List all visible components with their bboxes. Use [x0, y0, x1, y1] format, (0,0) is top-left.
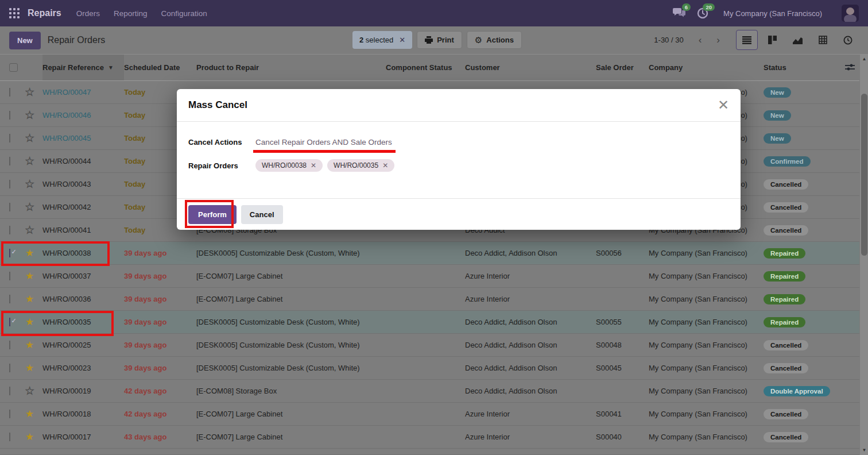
repair-reference[interactable]: WH/RO/00044 [42, 157, 91, 165]
nav-item-configuration[interactable]: Configuration [161, 9, 207, 18]
scroll-down-icon[interactable]: ▼ [860, 446, 868, 455]
repair-reference[interactable]: WH/RO/00041 [42, 226, 91, 234]
repair-reference[interactable]: WH/RO/00043 [42, 180, 91, 188]
perform-button[interactable]: Perform [188, 205, 237, 224]
row-checkbox[interactable] [9, 272, 10, 280]
row-checkbox[interactable] [9, 226, 10, 234]
graph-view-button[interactable] [786, 30, 808, 50]
table-row[interactable]: ★WH/RO/0001942 days ago[E-COM08] Storage… [0, 380, 859, 403]
clear-selection-icon[interactable]: ✕ [399, 36, 405, 44]
row-checkbox[interactable] [9, 134, 10, 142]
list-view-button[interactable] [736, 30, 758, 50]
company: My Company (San Francisco) [649, 364, 764, 372]
star-icon[interactable]: ★ [25, 248, 34, 259]
row-checkbox[interactable] [9, 111, 10, 119]
select-all-checkbox[interactable] [9, 63, 18, 72]
close-icon[interactable]: ✕ [718, 99, 729, 111]
row-checkbox[interactable] [9, 410, 10, 418]
repair-orders-tags-field[interactable]: WH/RO/00038✕WH/RO/00035✕ [255, 159, 394, 172]
table-row[interactable]: ★WH/RO/0003539 days ago[DESK0005] Custom… [0, 311, 859, 334]
actions-button[interactable]: ⚙ Actions [467, 31, 522, 49]
repair-reference[interactable]: WH/RO/00019 [42, 387, 91, 395]
table-row[interactable]: ★WH/RO/0001842 days ago[E-COM07] Large C… [0, 403, 859, 426]
product-to-repair: [E-COM07] Large Cabinet [196, 272, 386, 280]
row-checkbox[interactable] [9, 433, 10, 441]
app-title[interactable]: Repairs [28, 8, 61, 18]
row-checkbox[interactable] [9, 295, 10, 303]
repair-reference[interactable]: WH/RO/00036 [42, 295, 91, 303]
star-icon[interactable]: ★ [25, 87, 34, 98]
row-checkbox[interactable] [9, 88, 10, 97]
star-icon[interactable]: ★ [25, 294, 34, 304]
star-icon[interactable]: ★ [25, 225, 34, 236]
activities-button[interactable]: 20 [697, 7, 710, 19]
star-icon[interactable]: ★ [25, 202, 34, 213]
repair-reference[interactable]: WH/RO/00038 [42, 249, 91, 257]
pager-previous-icon[interactable]: ‹ [694, 34, 707, 46]
cancel-actions-select[interactable]: Cancel Repair Orders AND Sale Orders [255, 136, 392, 146]
star-icon[interactable]: ★ [25, 385, 34, 396]
vertical-scrollbar[interactable]: ▲ ▼ [859, 55, 868, 455]
nav-item-orders[interactable]: Orders [76, 9, 100, 18]
star-icon[interactable]: ★ [25, 179, 34, 190]
adjust-columns-icon[interactable] [845, 63, 855, 71]
star-icon[interactable]: ★ [25, 431, 34, 442]
star-icon[interactable]: ★ [25, 408, 34, 419]
repair-reference[interactable]: WH/RO/00037 [42, 272, 91, 280]
star-icon[interactable]: ★ [25, 110, 34, 121]
apps-grid-icon[interactable] [9, 8, 20, 18]
repair-reference[interactable]: WH/RO/00047 [42, 88, 91, 97]
pager-next-icon[interactable]: › [712, 34, 724, 46]
column-header-sale-order[interactable]: Sale Order [596, 63, 649, 72]
row-checkbox[interactable] [9, 180, 10, 188]
row-checkbox[interactable] [9, 203, 10, 211]
row-checkbox[interactable] [9, 157, 10, 165]
table-row[interactable]: ★WH/RO/0003739 days ago[E-COM07] Large C… [0, 265, 859, 288]
user-avatar[interactable] [842, 5, 859, 22]
tag-remove-icon[interactable]: ✕ [311, 161, 316, 169]
table-row[interactable]: ★WH/RO/0002539 days ago[DESK0005] Custom… [0, 334, 859, 357]
cancel-button[interactable]: Cancel [241, 205, 283, 224]
tag-remove-icon[interactable]: ✕ [382, 161, 388, 169]
table-row[interactable]: ★WH/RO/0002339 days ago[DESK0005] Custom… [0, 357, 859, 380]
nav-item-reporting[interactable]: Reporting [114, 9, 148, 18]
print-button[interactable]: Print [417, 31, 462, 49]
scheduled-date: Today [124, 134, 145, 142]
activity-view-button[interactable] [837, 30, 859, 50]
repair-reference[interactable]: WH/RO/00023 [42, 364, 91, 372]
kanban-view-button[interactable] [761, 30, 783, 50]
company-switcher[interactable]: My Company (San Francisco) [723, 9, 822, 18]
star-icon[interactable]: ★ [25, 133, 34, 144]
new-button[interactable]: New [9, 32, 41, 49]
row-checkbox[interactable] [9, 249, 10, 257]
column-header-company[interactable]: Company [649, 63, 764, 72]
row-checkbox[interactable] [9, 318, 10, 326]
row-checkbox[interactable] [9, 387, 10, 395]
scrollbar-thumb[interactable] [861, 94, 867, 256]
star-icon[interactable]: ★ [25, 271, 34, 282]
column-header-component-status[interactable]: Component Status [386, 63, 465, 72]
messages-button[interactable]: 6 [673, 7, 685, 19]
star-icon[interactable]: ★ [25, 156, 34, 167]
star-icon[interactable]: ★ [25, 340, 34, 350]
table-row[interactable]: ★WH/RO/0001743 days ago[E-COM07] Large C… [0, 426, 859, 449]
table-row[interactable]: ★WH/RO/0003839 days ago[DESK0005] Custom… [0, 242, 859, 265]
repair-reference[interactable]: WH/RO/00042 [42, 203, 91, 211]
repair-reference[interactable]: WH/RO/00035 [42, 318, 91, 326]
row-checkbox[interactable] [9, 341, 10, 349]
repair-reference[interactable]: WH/RO/00017 [42, 433, 91, 441]
row-checkbox[interactable] [9, 364, 10, 372]
star-icon[interactable]: ★ [25, 363, 34, 373]
repair-reference[interactable]: WH/RO/00025 [42, 341, 91, 349]
scroll-up-icon[interactable]: ▲ [860, 55, 868, 64]
column-header-product[interactable]: Product to Repair [196, 63, 386, 72]
star-icon[interactable]: ★ [25, 317, 34, 327]
repair-reference[interactable]: WH/RO/00018 [42, 410, 91, 418]
column-header-customer[interactable]: Customer [465, 63, 596, 72]
repair-reference[interactable]: WH/RO/00045 [42, 134, 91, 142]
pivot-view-button[interactable] [812, 30, 834, 50]
column-header-scheduled-date[interactable]: Scheduled Date [124, 63, 196, 72]
table-row[interactable]: ★WH/RO/0003639 days ago[E-COM07] Large C… [0, 288, 859, 311]
repair-reference[interactable]: WH/RO/00046 [42, 111, 91, 119]
column-header-repair-reference[interactable]: Repair Reference▼ [42, 55, 124, 80]
